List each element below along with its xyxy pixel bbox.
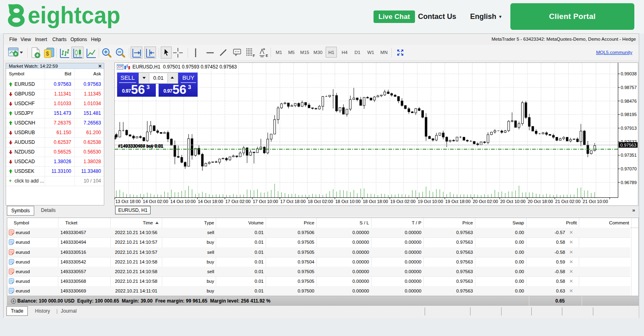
- svg-text:14 Oct 02:00: 14 Oct 02:00: [143, 199, 168, 204]
- svg-text:14 Oct 10:00: 14 Oct 10:00: [170, 199, 196, 204]
- svg-text:17 Oct 10:00: 17 Oct 10:00: [253, 199, 278, 204]
- svg-text:21 Oct 10:00: 21 Oct 10:00: [583, 199, 608, 204]
- svg-text:0.97563: 0.97563: [620, 143, 636, 147]
- svg-text:#1493330568 buy 0.01: #1493330568 buy 0.01: [118, 144, 163, 149]
- svg-text:13 Oct 18:00: 13 Oct 18:00: [116, 199, 141, 204]
- svg-text:14 Oct 18:00: 14 Oct 18:00: [198, 199, 223, 204]
- svg-text:20 Oct 02:00: 20 Oct 02:00: [473, 199, 498, 204]
- svg-text:21 Oct 02:00: 21 Oct 02:00: [555, 199, 580, 204]
- svg-text:19 Oct 10:00: 19 Oct 10:00: [418, 199, 443, 204]
- svg-text:0.97913: 0.97913: [621, 126, 637, 131]
- svg-text:0.99038: 0.99038: [621, 71, 637, 76]
- svg-text:F: F: [253, 54, 255, 58]
- svg-text:17 Oct 02:00: 17 Oct 02:00: [225, 199, 251, 204]
- svg-text:20 Oct 18:00: 20 Oct 18:00: [528, 199, 553, 204]
- svg-text:E: E: [266, 54, 268, 58]
- svg-text:17 Oct 18:00: 17 Oct 18:00: [280, 199, 305, 204]
- svg-text:19 Oct 18:00: 19 Oct 18:00: [445, 199, 471, 204]
- svg-text:0.96789: 0.96789: [621, 180, 637, 185]
- svg-text:20 Oct 10:00: 20 Oct 10:00: [500, 199, 526, 204]
- svg-text:18 Oct 10:00: 18 Oct 10:00: [335, 199, 361, 204]
- svg-text:18 Oct 18:00: 18 Oct 18:00: [363, 199, 388, 204]
- svg-text:0.97070: 0.97070: [621, 166, 637, 171]
- svg-text:$: $: [46, 50, 49, 57]
- svg-text:0.98757: 0.98757: [621, 85, 637, 90]
- svg-text:eightcap: eightcap: [28, 4, 120, 29]
- svg-text:18 Oct 02:00: 18 Oct 02:00: [308, 199, 333, 204]
- svg-text:0.98476: 0.98476: [621, 99, 637, 104]
- svg-text:19 Oct 02:00: 19 Oct 02:00: [390, 199, 416, 204]
- svg-text:0.97351: 0.97351: [621, 153, 637, 158]
- svg-text:0.98195: 0.98195: [621, 112, 637, 117]
